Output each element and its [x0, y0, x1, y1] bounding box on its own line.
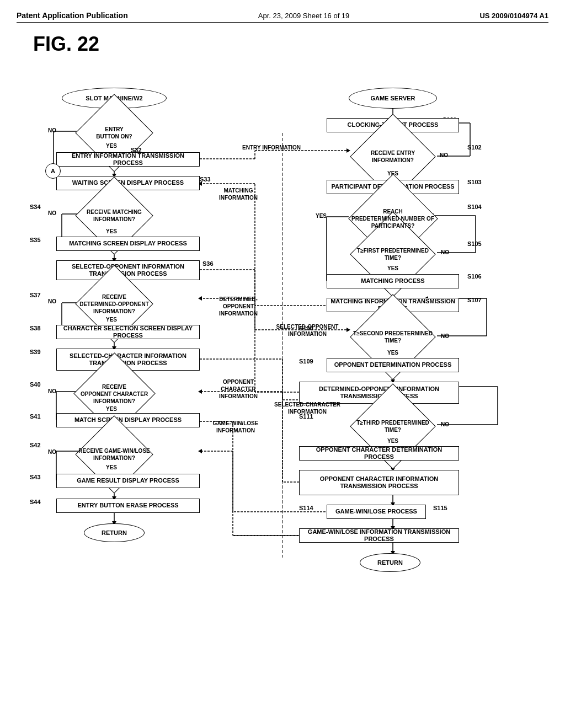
- box-s112-text: OPPONENT CHARACTER DETERMINATION PROCESS: [303, 446, 455, 461]
- box-s43-text: GAME RESULT DISPLAY PROCESS: [77, 477, 179, 484]
- s37-no-label: NO: [48, 298, 56, 304]
- game-server-oval: GAME SERVER: [349, 88, 437, 109]
- step-s106: S106: [467, 273, 482, 280]
- svg-marker-107: [198, 296, 202, 301]
- header-left: Patent Application Publication: [17, 11, 128, 20]
- box-s41-text: MATCH SCREEN DISPLAY PROCESS: [74, 416, 182, 424]
- diamond-s37: RECEIVEDETERMINED-OPPONENTINFORMATION?: [73, 290, 156, 318]
- step-s40: S40: [30, 381, 41, 388]
- step-s114: S114: [299, 505, 313, 511]
- box-s109-text: OPPONENT DETERMINATION PROCESS: [334, 361, 451, 368]
- box-s35-text: MATCHING SCREEN DISPLAY PROCESS: [69, 240, 187, 247]
- s40-yes-label: YES: [106, 406, 117, 412]
- s37-yes-label: YES: [106, 317, 117, 323]
- step-s38: S38: [30, 325, 41, 331]
- return-right-oval: RETURN: [360, 553, 420, 572]
- s42-no-label: NO: [48, 449, 56, 455]
- box-s39-text: SELECTED-CHARACTER INFORMATIONTRANSMISSI…: [70, 352, 186, 367]
- step-s107: S107: [467, 297, 482, 303]
- box-s36-text: SELECTED-OPPONENT INFORMATIONTRANSMISSIO…: [72, 263, 184, 277]
- box-s32-text: ENTRY INFORMATION TRANSMISSION PROCESS: [60, 152, 196, 167]
- box-s44-text: ENTRY BUTTON ERASE PROCESS: [77, 502, 178, 509]
- det-opp-info-label: DETERMINED-OPPONENTINFORMATION: [205, 296, 271, 317]
- a-circle: A: [45, 163, 61, 179]
- diamond-s102: RECEIVE ENTRYINFORMATION?: [349, 143, 437, 170]
- s111-yes-label: YES: [387, 438, 398, 444]
- box-s33: WAITING SCREEN DISPLAY PROCESS: [56, 176, 200, 190]
- step-s33: S33: [200, 176, 211, 183]
- page: Patent Application Publication Apr. 23, …: [0, 0, 565, 728]
- box-s35: MATCHING SCREEN DISPLAY PROCESS: [56, 237, 200, 251]
- diamond-s104: REACHPREDETERMINED NUMBER OFPARTICIPANTS…: [349, 204, 437, 234]
- step-s41: S41: [30, 413, 41, 420]
- diamond-s105-text: T≥FIRST PREDETERMINEDTIME?: [357, 247, 429, 261]
- s108-yes-label: YES: [387, 350, 398, 356]
- box-s36: SELECTED-OPPONENT INFORMATIONTRANSMISSIO…: [56, 260, 200, 280]
- step-s37: S37: [30, 292, 41, 298]
- fig-label: FIG. 22: [33, 33, 548, 56]
- box-s44: ENTRY BUTTON ERASE PROCESS: [56, 499, 200, 513]
- s105-no-label: NO: [441, 249, 449, 255]
- step-s105: S105: [467, 240, 482, 247]
- diamond-s34-text: RECEIVE MATCHINGINFORMATION?: [87, 208, 142, 223]
- header-center: Apr. 23, 2009 Sheet 16 of 19: [258, 12, 350, 20]
- s105-yes-label: YES: [387, 265, 398, 271]
- box-s112: OPPONENT CHARACTER DETERMINATION PROCESS: [299, 446, 459, 461]
- return-left-label: RETURN: [102, 529, 127, 536]
- box-s115: GAME-WIN/LOSE INFORMATION TRANSMISSION P…: [299, 528, 459, 543]
- s31-yes-label: YES: [106, 143, 117, 149]
- diamond-s31-text: ENTRYBUTTON ON?: [96, 126, 132, 140]
- diamond-s42-text: RECEIVE GAME-WIN/LOSEINFORMATION?: [78, 447, 150, 462]
- step-s115: S115: [433, 505, 447, 511]
- s111-no-label: NO: [441, 421, 449, 427]
- s34-no-label: NO: [48, 210, 56, 216]
- diamond-s111-text: T≥THIRD PREDETERMINEDTIME?: [356, 419, 429, 433]
- box-s113: OPPONENT CHARACTER INFORMATIONTRANSMISSI…: [299, 470, 459, 495]
- box-s106: MATCHING PROCESS: [327, 274, 459, 288]
- s42-yes-label: YES: [106, 464, 117, 470]
- box-s114-text: GAME-WIN/LOSE PROCESS: [335, 508, 417, 515]
- step-s109: S109: [299, 358, 313, 365]
- diagram-container: SLOT MACHINE/W2 S31 ENTRYBUTTON ON? NO Y…: [18, 61, 547, 712]
- step-s111: S111: [299, 413, 313, 420]
- step-s103: S103: [467, 179, 482, 185]
- svg-marker-124: [198, 449, 202, 453]
- header-right: US 2009/0104974 A1: [479, 12, 548, 20]
- box-s33-text: WAITING SCREEN DISPLAY PROCESS: [72, 179, 184, 186]
- s34-yes-label: YES: [106, 228, 117, 234]
- diamond-s34: RECEIVE MATCHINGINFORMATION?: [73, 202, 156, 229]
- return-right-label: RETURN: [377, 559, 403, 566]
- box-s114: GAME-WIN/LOSE PROCESS: [327, 505, 426, 519]
- s40-no-label: NO: [48, 388, 56, 394]
- step-s104: S104: [467, 204, 482, 210]
- game-server-label: GAME SERVER: [370, 95, 415, 101]
- s108-no-label: NO: [441, 333, 449, 339]
- step-s34: S34: [30, 204, 41, 210]
- svg-marker-115: [198, 389, 202, 394]
- diamond-s37-text: RECEIVEDETERMINED-OPPONENTINFORMATION?: [79, 293, 149, 315]
- s31-no-label: NO: [48, 127, 56, 133]
- game-wl-info-label: GAME-WIN/LOSEINFORMATION: [202, 420, 269, 434]
- box-s41: MATCH SCREEN DISPLAY PROCESS: [56, 413, 200, 427]
- return-left-oval: RETURN: [84, 523, 145, 542]
- opp-char-info-label: OPPONENT CHARACTERINFORMATION: [205, 378, 271, 400]
- box-s38-text: CHARACTER SELECTION SCREEN DISPLAY PROCE…: [60, 325, 196, 339]
- s102-no-label: NO: [440, 152, 448, 158]
- step-s35: S35: [30, 237, 41, 243]
- step-s102: S102: [467, 144, 482, 151]
- step-s39: S39: [30, 349, 41, 355]
- box-s106-text: MATCHING PROCESS: [361, 277, 424, 285]
- step-s36: S36: [202, 260, 214, 267]
- diamond-s105: T≥FIRST PREDETERMINEDTIME?: [349, 240, 437, 268]
- entry-info-label: ENTRY INFORMATION: [233, 144, 310, 151]
- box-s32: ENTRY INFORMATION TRANSMISSION PROCESS: [56, 152, 200, 167]
- diamond-s111: T≥THIRD PREDETERMINEDTIME?: [349, 413, 437, 440]
- box-s43: GAME RESULT DISPLAY PROCESS: [56, 474, 200, 488]
- step-s42: S42: [30, 442, 41, 448]
- box-s38: CHARACTER SELECTION SCREEN DISPLAY PROCE…: [56, 325, 200, 339]
- diamond-s108: T≥SECOND PREDETERMINEDTIME?: [349, 323, 437, 351]
- matching-info-label: MATCHING INFORMATION: [205, 187, 271, 201]
- diamond-s40: RECEIVEOPPONENT CHARACTERINFORMATION?: [73, 380, 156, 408]
- a-label: A: [51, 168, 55, 174]
- header: Patent Application Publication Apr. 23, …: [17, 11, 548, 23]
